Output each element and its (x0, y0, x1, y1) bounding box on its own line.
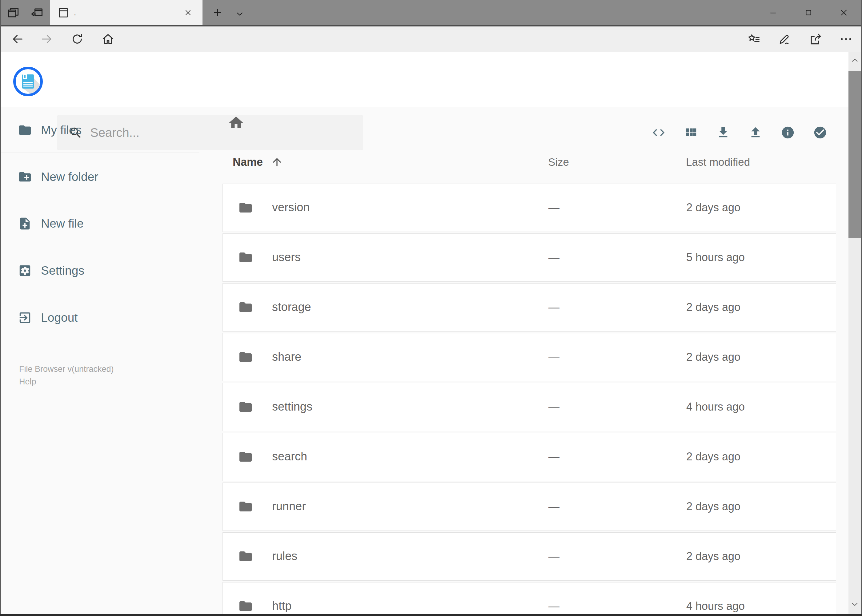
file-modified: 2 days ago (686, 433, 741, 480)
logout-icon (18, 311, 32, 325)
sidebar-item-settings[interactable]: Settings (0, 255, 203, 287)
window-frame-left (0, 0, 1, 616)
file-modified: 4 hours ago (686, 383, 745, 430)
file-modified: 2 days ago (686, 483, 741, 530)
browser-window: . (0, 0, 862, 616)
sidebar-item-label: New folder (41, 161, 98, 193)
file-row[interactable]: rules — 2 days ago (222, 532, 836, 581)
tab-bar: . (0, 0, 862, 25)
browser-home-icon[interactable] (101, 32, 115, 46)
file-name: storage (272, 284, 311, 331)
info-icon[interactable] (781, 126, 795, 140)
sidebar-item-label: Logout (41, 302, 77, 334)
column-header-size[interactable]: Size (548, 151, 569, 173)
file-modified: 4 hours ago (686, 583, 745, 614)
app-version-link[interactable]: File Browser v(untracked) (19, 363, 114, 375)
sidebar-item-label: New file (41, 207, 84, 240)
folder-icon (238, 200, 253, 215)
browser-toolbar: filebrowser.web/files/ (0, 27, 862, 52)
file-row[interactable]: settings — 4 hours ago (222, 383, 836, 431)
file-row[interactable]: runner — 2 days ago (222, 482, 836, 531)
folder-icon (238, 449, 253, 464)
file-size: — (548, 583, 559, 614)
tab-close-icon[interactable] (184, 8, 192, 17)
sidebar-item-new-file[interactable]: New file (0, 207, 203, 240)
file-list: version — 2 days ago users — 5 hours ago… (222, 184, 836, 614)
download-icon[interactable] (716, 126, 730, 140)
file-name: version (272, 184, 310, 231)
file-size: — (548, 483, 559, 530)
close-icon[interactable] (840, 8, 848, 17)
folder-icon (18, 123, 32, 137)
window-frame-bottom (0, 614, 862, 616)
share-icon[interactable] (809, 32, 822, 46)
folder-icon (238, 499, 253, 514)
column-header-modified[interactable]: Last modified (686, 151, 750, 173)
help-text: Help (19, 377, 36, 386)
file-row[interactable]: http — 4 hours ago (222, 582, 836, 614)
sidebar-item-label: Settings (41, 255, 84, 287)
breadcrumb-home-icon[interactable] (228, 115, 244, 131)
scrollbar-thumb[interactable] (848, 71, 861, 238)
minimize-icon[interactable] (769, 9, 777, 17)
help-link[interactable]: Help (19, 376, 36, 388)
folder-icon (238, 250, 253, 265)
sidebar-item-my-files[interactable]: My files (0, 114, 203, 146)
sort-ascending-icon (271, 156, 283, 168)
file-row[interactable]: users — 5 hours ago (222, 233, 836, 282)
file-modified: 2 days ago (686, 284, 741, 331)
app-header (0, 52, 862, 107)
file-size: — (548, 533, 559, 580)
select-multiple-icon[interactable] (813, 126, 827, 140)
hub-favorites-icon[interactable] (747, 32, 760, 46)
breadcrumb-divider (222, 143, 836, 143)
app-version-text: File Browser v(untracked) (19, 365, 114, 374)
scroll-down-icon[interactable] (850, 600, 859, 609)
code-view-icon[interactable] (651, 126, 666, 140)
file-modified: 2 days ago (686, 333, 741, 380)
tab-title: . (74, 0, 76, 25)
filebrowser-logo[interactable] (13, 66, 43, 97)
folder-icon (238, 350, 253, 365)
file-size: — (548, 333, 559, 380)
back-icon[interactable] (11, 32, 24, 46)
file-modified: 5 hours ago (686, 234, 745, 281)
set-aside-tabs-icon[interactable] (30, 6, 44, 19)
tab-preview-icon[interactable] (6, 6, 20, 19)
browser-tab[interactable]: . (50, 0, 202, 25)
forward-icon[interactable] (40, 32, 54, 46)
sidebar-item-logout[interactable]: Logout (0, 302, 203, 334)
file-name: rules (272, 533, 297, 580)
file-row[interactable]: search — 2 days ago (222, 433, 836, 481)
folder-icon (238, 399, 253, 414)
sidebar-item-new-folder[interactable]: New folder (0, 161, 203, 193)
more-dots-icon[interactable] (839, 32, 853, 46)
file-name: share (272, 333, 301, 380)
page-scrollbar (848, 52, 861, 614)
column-header-name[interactable]: Name (233, 151, 263, 173)
create-new-folder-icon (18, 170, 32, 184)
file-row[interactable]: version — 2 days ago (222, 184, 836, 232)
page-favicon (57, 6, 69, 19)
settings-gear-icon (18, 264, 32, 278)
maximize-icon[interactable] (804, 8, 813, 17)
upload-icon[interactable] (749, 126, 763, 140)
file-row[interactable]: storage — 2 days ago (222, 283, 836, 332)
folder-icon (238, 549, 253, 564)
new-tab-icon[interactable] (212, 7, 223, 18)
note-add-icon (18, 217, 32, 231)
tab-list-chevron-icon[interactable] (235, 9, 244, 19)
file-name: search (272, 433, 307, 480)
file-modified: 2 days ago (686, 184, 741, 231)
file-name: settings (272, 383, 312, 430)
grid-view-icon[interactable] (684, 126, 698, 140)
file-name: users (272, 234, 301, 281)
sidebar-divider (0, 152, 199, 153)
scroll-up-icon[interactable] (850, 56, 859, 65)
refresh-icon[interactable] (71, 32, 84, 46)
file-size: — (548, 184, 559, 231)
file-row[interactable]: share — 2 days ago (222, 333, 836, 381)
folder-icon (238, 599, 253, 614)
annotate-pen-icon[interactable] (778, 32, 791, 46)
sidebar-item-label: My files (41, 114, 82, 146)
